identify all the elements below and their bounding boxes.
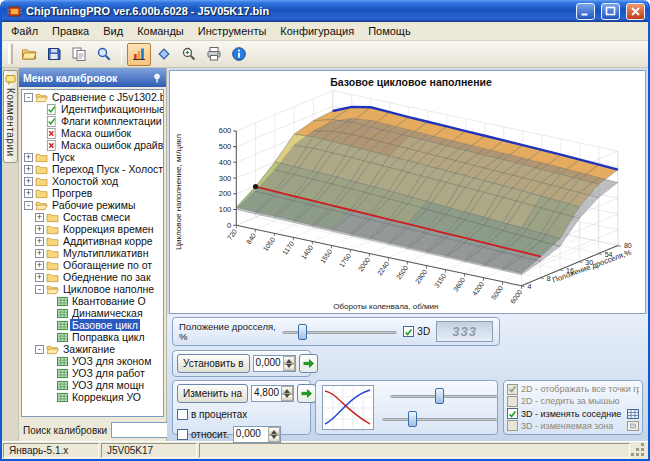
info-icon (231, 46, 247, 62)
expand-icon[interactable]: + (24, 177, 33, 186)
print-button[interactable] (202, 43, 226, 66)
collapse-icon[interactable]: - (35, 285, 44, 294)
change-value-spinner[interactable]: 4,800 (251, 385, 294, 402)
tree-item[interactable]: Идентификационные (22, 103, 163, 115)
open-file-button[interactable] (17, 43, 41, 66)
tree-item[interactable]: Маска ошибок (22, 127, 163, 139)
option-checkbox-2[interactable]: 3D - изменять соседние точки (507, 408, 639, 420)
tree-item[interactable]: +Переход Пуск - Холост (22, 163, 163, 175)
change-value-field[interactable]: 4,800 (252, 386, 281, 401)
folder-icon (46, 272, 59, 283)
tree-item-label: УОЗ для мощн (70, 379, 146, 391)
expand-icon[interactable]: + (35, 273, 44, 282)
tree-item[interactable]: УОЗ для мощн (22, 379, 163, 391)
set-value-button[interactable]: Установить в (177, 354, 250, 373)
expand-icon[interactable]: + (24, 153, 33, 162)
option-checkbox-1: 2D - следить за мышью (507, 395, 639, 407)
expand-icon[interactable]: + (35, 213, 44, 222)
expand-icon[interactable]: + (35, 249, 44, 258)
throttle-slider-thumb[interactable] (298, 324, 307, 340)
search-button[interactable] (92, 43, 116, 66)
collapse-icon[interactable]: - (35, 345, 44, 354)
tree-item-label: Поправка цикл (70, 331, 147, 343)
relative-value-spinner[interactable]: 0,000 (233, 426, 281, 443)
chart-view-button[interactable] (127, 43, 151, 66)
tree-item[interactable]: +Обогащение по от (22, 259, 163, 271)
minimize-button[interactable] (576, 3, 595, 20)
tree-item[interactable]: УОЗ для работ (22, 367, 163, 379)
tree-item[interactable]: -Зажигание (22, 343, 163, 355)
tree-item[interactable]: Коррекция УО (22, 391, 163, 403)
collapse-icon[interactable]: - (24, 93, 33, 102)
menu-item-2[interactable]: Вид (96, 23, 130, 39)
menu-item-6[interactable]: Помощь (361, 23, 418, 39)
spin-down-icon[interactable] (281, 394, 293, 402)
spin-up-icon[interactable] (283, 356, 295, 364)
spin-up-icon[interactable] (281, 386, 293, 394)
zoom-in-button[interactable] (177, 43, 201, 66)
info-button[interactable] (227, 43, 251, 66)
spin-down-icon[interactable] (268, 435, 280, 443)
tree-item[interactable]: Маска ошибок драйве (22, 139, 163, 151)
tree-item[interactable]: +Мультипликативн (22, 247, 163, 259)
set-value-field[interactable]: 0,000 (254, 356, 283, 371)
collapse-icon[interactable]: - (24, 201, 33, 210)
menu-item-4[interactable]: Инструменты (191, 23, 274, 39)
set-value-spinner[interactable]: 0,000 (253, 355, 296, 372)
spin-down-icon[interactable] (283, 364, 295, 372)
menu-item-1[interactable]: Правка (45, 23, 96, 39)
tree-item[interactable]: +Пуск (22, 151, 163, 163)
smoothing-slider-2-thumb[interactable] (408, 411, 417, 427)
tree-item[interactable]: +Коррекция времен (22, 223, 163, 235)
view-3d-checkbox[interactable]: 3D (403, 326, 430, 337)
compare-files-button[interactable] (67, 43, 91, 66)
relative-checkbox[interactable]: относит. (177, 429, 229, 440)
close-button[interactable] (626, 3, 645, 20)
svg-text:400: 400 (219, 158, 232, 167)
save-button[interactable] (42, 43, 66, 66)
menu-item-0[interactable]: Файл (4, 23, 45, 39)
tree-item-label: Цикловое наполне (61, 283, 156, 295)
comments-tab[interactable]: Комментарии (3, 70, 18, 163)
relative-value-field[interactable]: 0,000 (234, 427, 268, 442)
tree-item[interactable]: -Рабочие режимы (22, 199, 163, 211)
tree-item[interactable]: Поправка цикл (22, 331, 163, 343)
apply-set-button[interactable] (299, 354, 318, 373)
tree-item[interactable]: +Аддитивная корре (22, 235, 163, 247)
expand-icon[interactable]: + (35, 261, 44, 270)
percent-checkbox[interactable]: в процентах (177, 409, 247, 420)
maximize-button[interactable] (601, 3, 620, 20)
diamond-marker-button[interactable] (152, 43, 176, 66)
tree-item[interactable]: Базовое цикл (22, 319, 163, 331)
smoothing-slider-1[interactable] (390, 387, 498, 405)
change-value-button[interactable]: Изменить на (177, 384, 248, 403)
pin-icon[interactable] (152, 73, 162, 83)
expand-icon[interactable]: + (35, 225, 44, 234)
tree-item[interactable]: +Прогрев (22, 187, 163, 199)
tree-item[interactable]: +Состав смеси (22, 211, 163, 223)
menu-item-5[interactable]: Конфигурация (273, 23, 361, 39)
menu-item-3[interactable]: Команды (130, 23, 191, 39)
tree-item[interactable]: +Холостой ход (22, 175, 163, 187)
apply-change-button[interactable] (297, 384, 316, 403)
tree-item[interactable]: +Обеднение по зак (22, 271, 163, 283)
throttle-slider[interactable] (282, 323, 398, 341)
tree-item[interactable]: Квантование О (22, 295, 163, 307)
tree-item[interactable]: Динамическая (22, 307, 163, 319)
zoom-in-icon (181, 46, 197, 62)
expand-icon[interactable]: + (35, 237, 44, 246)
tree-item[interactable]: Флаги комплектации (22, 115, 163, 127)
surface-chart[interactable]: 0100200300400500600720840105011701400155… (170, 71, 645, 313)
resize-grip[interactable] (632, 443, 646, 458)
expand-icon[interactable]: + (24, 165, 33, 174)
calibration-search-input[interactable] (111, 422, 173, 438)
smoothing-slider-2[interactable] (382, 410, 498, 428)
tree-item[interactable]: УОЗ для эконом (22, 355, 163, 367)
smoothing-slider-1-thumb[interactable] (435, 388, 444, 404)
tree-item[interactable]: -Сравнение с J5v1302.bin (22, 91, 163, 103)
svg-text:Положение дросселя,%: Положение дросселя,% (551, 247, 633, 284)
toolbar-grip[interactable] (8, 44, 13, 64)
tree-item[interactable]: -Цикловое наполне (22, 283, 163, 295)
spin-up-icon[interactable] (268, 427, 280, 435)
expand-icon[interactable]: + (24, 189, 33, 198)
